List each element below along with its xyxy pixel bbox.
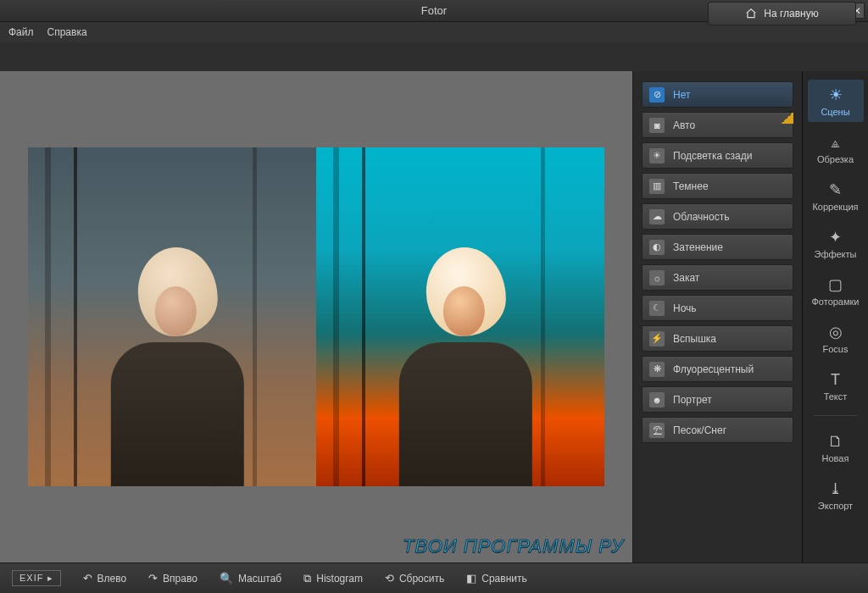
- tool-новая[interactable]: 🗋Новая: [808, 426, 864, 468]
- scene-item-1[interactable]: ◙Авто: [642, 112, 793, 138]
- toolbar-upper: На главную: [0, 42, 868, 71]
- scene-item-10[interactable]: ☻Портрет: [642, 386, 793, 413]
- tool-icon: ✦: [829, 229, 842, 246]
- photo-before: [28, 147, 316, 486]
- scene-item-7[interactable]: ☾Ночь: [642, 295, 793, 321]
- zoom-label: Масштаб: [238, 573, 281, 585]
- home-icon: [745, 8, 757, 19]
- tool-label: Фоторамки: [811, 296, 859, 307]
- tool-коррекция[interactable]: ✎Коррекция: [808, 175, 864, 217]
- scenes-panel: ⊘Нет◙Авто☀Подсветка сзади▥Темнее☁Облачно…: [632, 71, 802, 563]
- tool-label: Обрезка: [817, 154, 854, 164]
- exif-button[interactable]: EXIF ▸: [12, 570, 61, 586]
- rotate-left-icon: ↶: [83, 572, 92, 585]
- tool-icon: ⤓: [829, 480, 842, 497]
- rotate-left-button[interactable]: ↶Влево: [83, 572, 127, 585]
- scene-icon: ◙: [649, 118, 665, 133]
- scene-item-0[interactable]: ⊘Нет: [642, 81, 793, 108]
- watermark: ТВОИ ПРОГРАММЫ РУ: [403, 535, 624, 557]
- tool-icon: ☀: [829, 86, 843, 103]
- tool-sidebar: ☀Сцены⟁Обрезка✎Коррекция✦Эффекты▢Фоторам…: [802, 71, 868, 563]
- photo-after: [316, 147, 604, 486]
- compare-button[interactable]: ◧Сравнить: [466, 572, 526, 585]
- tool-label: Текст: [824, 391, 848, 402]
- footer-bar: EXIF ▸ ↶Влево ↷Вправо 🔍Масштаб ⧉Histogra…: [0, 563, 868, 593]
- tool-label: Новая: [822, 453, 849, 463]
- tool-текст[interactable]: TТекст: [808, 364, 864, 407]
- scene-label: Вспышка: [673, 333, 716, 345]
- scene-item-4[interactable]: ☁Облачность: [642, 203, 793, 230]
- zoom-icon: 🔍: [220, 572, 233, 585]
- menu-help[interactable]: Справка: [47, 26, 87, 38]
- scene-label: Закат: [673, 272, 699, 284]
- tool-label: Сцены: [821, 107, 849, 117]
- scene-icon: ❋: [649, 362, 665, 377]
- scene-icon: ⊘: [649, 87, 665, 103]
- reset-button[interactable]: ⟲Сбросить: [385, 572, 444, 585]
- rotate-right-label: Вправо: [163, 573, 198, 585]
- scene-label: Нет: [673, 89, 690, 101]
- scene-label: Темнее: [673, 180, 709, 192]
- tool-icon: ◎: [829, 324, 843, 341]
- scene-item-8[interactable]: ⚡Вспышка: [642, 325, 793, 352]
- rotate-left-label: Влево: [97, 573, 127, 585]
- compare-label: Сравнить: [481, 573, 526, 585]
- histogram-label: Histogram: [316, 573, 363, 585]
- scene-item-9[interactable]: ❋Флуоресцентный: [642, 356, 793, 382]
- reset-label: Сбросить: [399, 573, 444, 585]
- scene-icon: ☀: [649, 148, 665, 163]
- tool-label: Коррекция: [812, 202, 858, 212]
- scene-label: Песок/Снег: [673, 424, 726, 436]
- scene-label: Флуоресцентный: [673, 363, 754, 375]
- tool-focus[interactable]: ◎Focus: [808, 317, 864, 359]
- tool-label: Эффекты: [814, 249, 856, 259]
- histogram-icon: ⧉: [303, 572, 311, 585]
- scene-label: Авто: [673, 119, 695, 131]
- app-title: Fotor: [421, 4, 447, 17]
- tool-icon: ▢: [828, 276, 843, 293]
- tool-icon: ⟁: [831, 134, 840, 151]
- tool-обрезка[interactable]: ⟁Обрезка: [808, 127, 864, 169]
- tool-эффекты[interactable]: ✦Эффекты: [808, 222, 864, 264]
- scene-label: Затенение: [673, 241, 723, 253]
- scene-icon: ☾: [649, 301, 665, 316]
- rotate-right-icon: ↷: [148, 572, 158, 585]
- scene-item-5[interactable]: ◐Затенение: [642, 234, 793, 260]
- scene-label: Ночь: [673, 302, 697, 314]
- scene-item-6[interactable]: ☼Закат: [642, 264, 793, 291]
- menu-file[interactable]: Файл: [8, 26, 34, 38]
- scene-item-2[interactable]: ☀Подсветка сзади: [642, 142, 793, 169]
- scene-label: Подсветка сзади: [673, 150, 752, 162]
- tool-icon: ✎: [829, 181, 842, 198]
- scene-icon: ☁: [649, 209, 665, 224]
- tool-label: Экспорт: [818, 501, 853, 511]
- scene-icon: ⚡: [649, 331, 665, 346]
- reset-icon: ⟲: [385, 572, 394, 585]
- scene-label: Портрет: [673, 394, 712, 406]
- scene-icon: ☻: [649, 392, 665, 407]
- tool-icon: T: [831, 371, 840, 388]
- compare-icon: ◧: [466, 572, 476, 585]
- histogram-button[interactable]: ⧉Histogram: [303, 572, 363, 585]
- scene-icon: ☼: [649, 270, 665, 285]
- scene-icon: ⛱: [649, 423, 665, 438]
- tool-separator: [814, 415, 858, 416]
- zoom-button[interactable]: 🔍Масштаб: [220, 572, 281, 585]
- tool-фоторамки[interactable]: ▢Фоторамки: [808, 269, 864, 312]
- tool-label: Focus: [823, 344, 849, 354]
- rotate-right-button[interactable]: ↷Вправо: [148, 572, 198, 585]
- scene-item-11[interactable]: ⛱Песок/Снег: [642, 417, 793, 443]
- canvas-area[interactable]: ТВОИ ПРОГРАММЫ РУ: [0, 71, 632, 563]
- scene-label: Облачность: [673, 211, 729, 223]
- scene-icon: ▥: [649, 179, 665, 194]
- home-button-label: На главную: [764, 8, 818, 19]
- scene-item-3[interactable]: ▥Темнее: [642, 173, 793, 199]
- scene-icon: ◐: [649, 240, 665, 255]
- tool-экспорт[interactable]: ⤓Экспорт: [808, 474, 864, 516]
- premium-ribbon-icon: [782, 112, 793, 124]
- tool-сцены[interactable]: ☀Сцены: [808, 80, 864, 122]
- photo-compare: [28, 147, 604, 486]
- tool-icon: 🗋: [828, 433, 843, 450]
- home-button[interactable]: На главную: [708, 2, 856, 25]
